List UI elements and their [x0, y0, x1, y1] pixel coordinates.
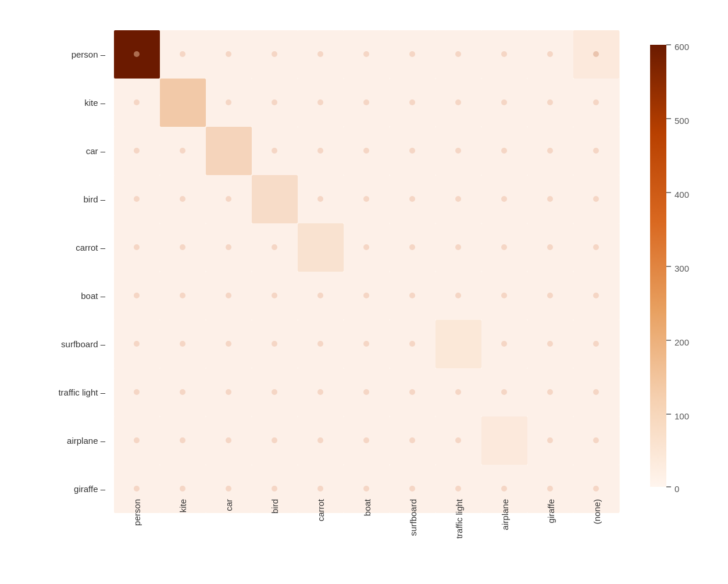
svg-point-189 [409, 389, 415, 395]
svg-point-193 [593, 389, 599, 395]
y-label-bird: bird – [15, 175, 111, 223]
svg-point-192 [547, 389, 553, 395]
svg-point-111 [134, 51, 140, 57]
x-label-giraffe: giraffe [528, 496, 574, 571]
svg-point-155 [272, 244, 277, 250]
svg-point-168 [409, 293, 415, 298]
svg-point-127 [409, 99, 415, 105]
svg-point-113 [226, 51, 231, 57]
svg-point-199 [363, 437, 369, 443]
svg-point-130 [547, 99, 553, 105]
svg-point-191 [501, 389, 507, 395]
svg-point-182 [593, 341, 599, 347]
svg-point-177 [317, 341, 323, 347]
svg-point-138 [455, 148, 461, 154]
y-label-giraffe: giraffe – [15, 465, 111, 513]
svg-point-179 [409, 341, 415, 347]
y-label-surfboard: surfboard – [15, 320, 111, 368]
svg-point-197 [272, 437, 277, 443]
svg-point-147 [409, 196, 415, 202]
svg-point-181 [547, 341, 553, 347]
svg-text:0: 0 [675, 484, 679, 494]
x-label-carrot: carrot [298, 496, 344, 571]
x-label-boat: boat [344, 496, 390, 571]
svg-point-194 [134, 437, 140, 443]
svg-point-114 [272, 51, 277, 57]
svg-point-201 [455, 437, 461, 443]
x-label-person: person [114, 496, 160, 571]
svg-point-115 [317, 51, 323, 57]
svg-point-133 [180, 148, 185, 154]
svg-point-158 [455, 244, 461, 250]
heatmap-svg [114, 30, 620, 513]
y-label-boat: boat – [15, 272, 111, 320]
svg-point-150 [547, 196, 553, 202]
svg-point-128 [455, 99, 461, 105]
svg-point-141 [593, 148, 599, 154]
y-label-airplane: airplane – [15, 416, 111, 465]
svg-point-202 [547, 437, 553, 443]
svg-point-196 [226, 437, 231, 443]
svg-rect-13 [160, 79, 206, 127]
svg-point-116 [363, 51, 369, 57]
heatmap-grid [114, 30, 620, 513]
svg-point-146 [363, 196, 369, 202]
x-label-bird: bird [252, 496, 298, 571]
svg-point-166 [317, 293, 323, 298]
y-axis: person – kite – car – bird – carrot – bo… [15, 30, 111, 513]
svg-point-165 [272, 293, 277, 298]
svg-point-200 [409, 437, 415, 443]
svg-point-118 [455, 51, 461, 57]
x-label-airplane: airplane [482, 496, 528, 571]
svg-point-210 [409, 486, 415, 492]
chart-container: person – kite – car – bird – carrot – bo… [15, 13, 713, 571]
svg-point-207 [272, 486, 277, 492]
svg-text:200: 200 [675, 337, 689, 347]
svg-rect-226 [650, 45, 666, 487]
svg-point-131 [593, 99, 599, 105]
svg-point-144 [226, 196, 231, 202]
svg-point-211 [455, 486, 461, 492]
svg-point-195 [180, 437, 185, 443]
svg-point-132 [134, 148, 140, 154]
svg-point-123 [226, 99, 231, 105]
svg-point-184 [180, 389, 185, 395]
x-label-traffic-light: traffic light [436, 496, 482, 571]
y-label-kite: kite – [15, 79, 111, 127]
svg-point-136 [363, 148, 369, 154]
svg-point-203 [593, 437, 599, 443]
svg-point-167 [363, 293, 369, 298]
svg-point-126 [363, 99, 369, 105]
svg-text:600: 600 [675, 42, 689, 52]
svg-point-135 [317, 148, 323, 154]
svg-point-139 [501, 148, 507, 154]
y-label-traffic-light: traffic light – [15, 368, 111, 416]
x-label-none: (none) [574, 496, 620, 571]
svg-point-149 [501, 196, 507, 202]
svg-point-169 [455, 293, 461, 298]
svg-rect-37 [252, 175, 298, 223]
y-label-car: car – [15, 127, 111, 175]
svg-point-206 [226, 486, 231, 492]
svg-point-187 [317, 389, 323, 395]
svg-point-172 [593, 293, 599, 298]
svg-point-151 [593, 196, 599, 202]
svg-point-178 [363, 341, 369, 347]
y-label-carrot: carrot – [15, 223, 111, 272]
svg-point-140 [547, 148, 553, 154]
svg-point-162 [134, 293, 140, 298]
colorbar: 600 500 400 300 200 100 0 [650, 30, 702, 513]
svg-point-205 [180, 486, 185, 492]
svg-point-176 [272, 341, 277, 347]
svg-point-186 [272, 389, 277, 395]
y-label-person: person – [15, 30, 111, 79]
svg-point-175 [226, 341, 231, 347]
svg-point-142 [134, 196, 140, 202]
svg-point-145 [317, 196, 323, 202]
svg-point-129 [501, 99, 507, 105]
svg-point-214 [593, 486, 599, 492]
svg-point-156 [363, 244, 369, 250]
svg-point-122 [134, 99, 140, 105]
svg-point-153 [180, 244, 185, 250]
svg-text:500: 500 [675, 116, 689, 126]
